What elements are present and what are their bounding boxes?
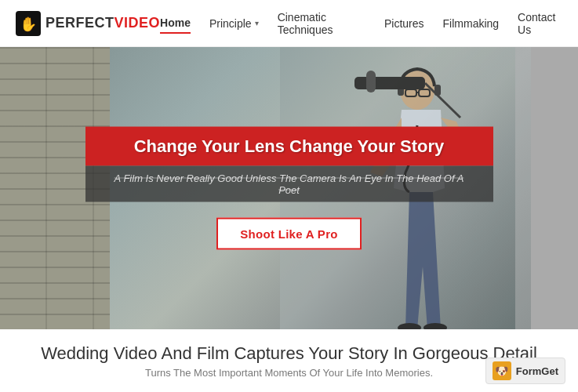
nav-item-home[interactable]: Home	[160, 13, 191, 34]
hero-subtitle-bar: A Film Is Never Really Good Unless The C…	[85, 166, 493, 202]
logo-prefix: PERFECT	[45, 15, 115, 31]
nav-item-pictures[interactable]: Pictures	[384, 14, 424, 33]
nav-item-filmmaking[interactable]: Filmmaking	[443, 14, 500, 33]
logo-text: PERFECTVIDEO	[45, 15, 160, 31]
chevron-down-icon: ▾	[255, 19, 259, 27]
hero-title-bar: Change Your Lens Change Your Story	[85, 127, 493, 166]
hero-section: Change Your Lens Change Your Story A Fil…	[0, 47, 578, 329]
below-hero-title: Wedding Video And Film Captures Your Sto…	[16, 343, 562, 364]
formget-label: FormGet	[516, 365, 558, 377]
formget-badge[interactable]: 🐶 FormGet	[485, 358, 565, 384]
hero-subtitle: A Film Is Never Really Good Unless The C…	[104, 172, 474, 196]
nav-item-contact[interactable]: Contact Us	[518, 8, 562, 39]
hero-content: Change Your Lens Change Your Story A Fil…	[85, 127, 493, 250]
logo-suffix: VIDEO	[115, 15, 161, 31]
nav-item-cinematic[interactable]: Cinematic Techniques	[278, 8, 365, 39]
logo[interactable]: ✋ PERFECTVIDEO	[16, 11, 160, 36]
svg-text:✋: ✋	[20, 16, 38, 33]
cta-button[interactable]: Shoot Like A Pro	[216, 218, 362, 250]
main-nav: Home Principle ▾ Cinematic Techniques Pi…	[160, 8, 562, 39]
below-hero-section: Wedding Video And Film Captures Your Sto…	[0, 329, 578, 392]
hero-title: Change Your Lens Change Your Story	[104, 136, 474, 157]
below-hero-subtitle: Turns The Most Important Moments Of Your…	[16, 367, 562, 379]
nav-item-principle[interactable]: Principle ▾	[209, 14, 259, 33]
logo-icon: ✋	[16, 11, 41, 36]
formget-icon: 🐶	[493, 361, 511, 380]
svg-rect-9	[354, 77, 425, 89]
nav-label-principle: Principle	[209, 17, 252, 30]
svg-rect-10	[366, 71, 376, 93]
header: ✋ PERFECTVIDEO Home Principle ▾ Cinemati…	[0, 0, 578, 47]
